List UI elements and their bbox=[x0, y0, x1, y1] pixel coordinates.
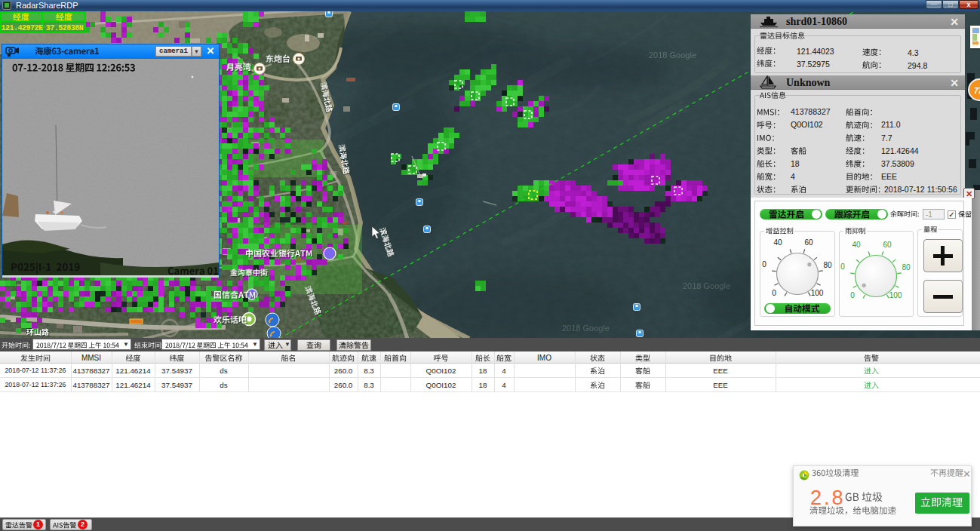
svg-text:2018 Google: 2018 Google bbox=[562, 324, 610, 333]
svg-text:2018 Google: 2018 Google bbox=[649, 51, 696, 60]
svg-text:2018 Google: 2018 Google bbox=[683, 281, 730, 290]
